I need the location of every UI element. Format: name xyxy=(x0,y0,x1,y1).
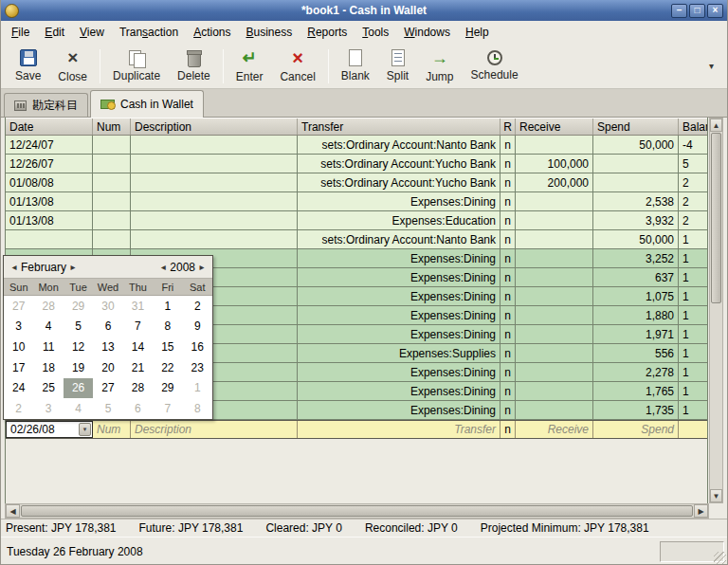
maximize-button[interactable]: □ xyxy=(689,4,705,18)
scroll-down-button[interactable]: ▼ xyxy=(710,489,722,502)
date-input-cell[interactable]: 02/26/08 ▾ xyxy=(6,421,93,438)
register-row[interactable]: 01/08/08sets:Ordinary Account:Yucho Bank… xyxy=(6,173,707,192)
receive-cell[interactable] xyxy=(516,268,593,286)
calendar-day[interactable]: 3 xyxy=(33,398,63,419)
transfer-cell[interactable]: sets:Ordinary Account:Yucho Bank xyxy=(298,155,500,173)
receive-cell[interactable] xyxy=(516,136,593,154)
calendar-day[interactable]: 6 xyxy=(123,398,153,419)
calendar-day[interactable]: 9 xyxy=(183,317,212,337)
num-cell[interactable] xyxy=(93,211,131,229)
spend-cell[interactable] xyxy=(593,155,679,173)
date-input-value[interactable]: 02/26/08 xyxy=(10,423,55,436)
date-picker-button[interactable]: ▾ xyxy=(79,423,91,436)
menu-edit[interactable]: Edit xyxy=(37,22,72,43)
cancel-button[interactable]: Cancel xyxy=(271,46,323,85)
r-cell[interactable]: n xyxy=(500,325,516,343)
calendar-day[interactable]: 29 xyxy=(153,378,182,399)
num-cell[interactable] xyxy=(93,155,131,173)
calendar-day[interactable]: 11 xyxy=(33,337,63,357)
description-cell[interactable] xyxy=(131,230,298,248)
transfer-cell[interactable]: Expenses:Dining xyxy=(298,249,500,267)
calendar-day[interactable]: 22 xyxy=(153,357,182,378)
prev-year-icon[interactable]: ◂ xyxy=(156,262,170,272)
spend-cell[interactable]: 3,252 xyxy=(593,249,679,267)
transfer-cell[interactable]: Expenses:Supplies xyxy=(298,344,500,362)
description-cell[interactable] xyxy=(131,155,298,173)
r-cell[interactable]: n xyxy=(500,363,516,381)
transfer-cell[interactable]: Expenses:Education xyxy=(298,211,500,229)
r-cell[interactable]: n xyxy=(500,306,516,324)
transfer-cell[interactable]: Expenses:Dining xyxy=(298,287,500,305)
calendar-day[interactable]: 28 xyxy=(33,296,63,317)
num-cell[interactable] xyxy=(93,173,131,191)
r-cell[interactable]: n xyxy=(500,344,516,362)
r-cell[interactable]: n xyxy=(500,155,516,173)
date-cell[interactable]: 01/13/08 xyxy=(6,192,93,210)
calendar-day[interactable]: 15 xyxy=(153,337,182,357)
column-header-balance[interactable]: Balance xyxy=(679,118,707,135)
receive-cell[interactable] xyxy=(516,325,593,343)
spend-cell[interactable]: 1,735 xyxy=(593,401,679,419)
column-header-transfer[interactable]: Transfer xyxy=(298,118,500,135)
tab-cash-in-wallet[interactable]: Cash in Wallet xyxy=(90,90,204,118)
next-year-icon[interactable]: ▸ xyxy=(195,262,209,272)
spend-cell[interactable]: 2,538 xyxy=(593,192,679,210)
receive-cell[interactable]: 200,000 xyxy=(516,173,593,191)
transfer-cell[interactable]: sets:Ordinary Account:Nanto Bank xyxy=(298,230,500,248)
r-cell[interactable]: n xyxy=(500,287,516,305)
resize-grip[interactable] xyxy=(714,552,726,564)
transfer-input-cell[interactable]: Transfer xyxy=(298,421,500,438)
titlebar[interactable]: *book1 - Cash in Wallet –□× xyxy=(1,0,727,21)
calendar-day[interactable]: 8 xyxy=(183,398,212,419)
reconcile-input-cell[interactable]: n xyxy=(500,421,516,438)
date-cell[interactable]: 12/26/07 xyxy=(6,155,93,173)
calendar-day[interactable]: 7 xyxy=(153,398,182,419)
r-cell[interactable]: n xyxy=(500,401,516,419)
calendar-day[interactable]: 3 xyxy=(4,317,33,337)
calendar-day[interactable]: 5 xyxy=(93,398,122,419)
calendar-day[interactable]: 2 xyxy=(183,296,212,317)
calendar-day[interactable]: 16 xyxy=(183,337,212,357)
r-cell[interactable]: n xyxy=(500,173,516,191)
transfer-cell[interactable]: Expenses:Dining xyxy=(298,306,500,324)
spend-cell[interactable] xyxy=(593,173,679,191)
menu-file[interactable]: File xyxy=(4,22,37,43)
schedule-button[interactable]: Schedule xyxy=(463,48,527,83)
receive-cell[interactable] xyxy=(516,211,593,229)
menu-business[interactable]: Business xyxy=(239,22,300,43)
menu-windows[interactable]: Windows xyxy=(396,22,458,43)
menu-tools[interactable]: Tools xyxy=(355,22,396,43)
spend-cell[interactable]: 3,932 xyxy=(593,211,679,229)
horizontal-scrollbar-thumb[interactable] xyxy=(21,505,693,517)
horizontal-scrollbar[interactable]: ◀ ▶ xyxy=(5,503,709,519)
num-cell[interactable] xyxy=(93,230,131,248)
calendar-day[interactable]: 6 xyxy=(93,317,122,337)
transfer-cell[interactable]: Expenses:Dining xyxy=(298,268,500,286)
register-row[interactable]: 12/24/07sets:Ordinary Account:Nanto Bank… xyxy=(6,136,707,155)
receive-cell[interactable] xyxy=(516,344,593,362)
calendar-day[interactable]: 10 xyxy=(4,337,33,357)
description-cell[interactable] xyxy=(131,192,298,210)
calendar-day[interactable]: 1 xyxy=(183,378,212,399)
calendar-day[interactable]: 5 xyxy=(64,317,93,337)
calendar-day-selected[interactable]: 26 xyxy=(64,378,93,399)
transfer-cell[interactable]: Expenses:Dining xyxy=(298,401,500,419)
enter-button[interactable]: Enter xyxy=(228,46,272,85)
menu-view[interactable]: View xyxy=(72,22,112,43)
transfer-cell[interactable]: sets:Ordinary Account:Yucho Bank xyxy=(298,173,500,191)
scroll-left-button[interactable]: ◀ xyxy=(6,504,20,518)
blank-button[interactable]: Blank xyxy=(333,47,378,84)
calendar-day[interactable]: 28 xyxy=(123,378,153,399)
receive-cell[interactable] xyxy=(516,363,593,381)
calendar-day[interactable]: 24 xyxy=(4,378,33,399)
calendar-day[interactable]: 2 xyxy=(4,398,33,419)
calendar-day[interactable]: 29 xyxy=(64,296,93,317)
calendar-day[interactable]: 14 xyxy=(123,337,153,357)
scroll-right-button[interactable]: ▶ xyxy=(694,504,708,518)
edit-row[interactable]: 02/26/08 ▾ Num Description Transfer n Re… xyxy=(6,420,707,439)
menu-reports[interactable]: Reports xyxy=(300,22,355,43)
calendar-day[interactable]: 21 xyxy=(123,357,153,378)
column-header-description[interactable]: Description xyxy=(131,118,298,135)
next-month-icon[interactable]: ▸ xyxy=(66,262,80,272)
menu-actions[interactable]: Actions xyxy=(186,22,238,43)
